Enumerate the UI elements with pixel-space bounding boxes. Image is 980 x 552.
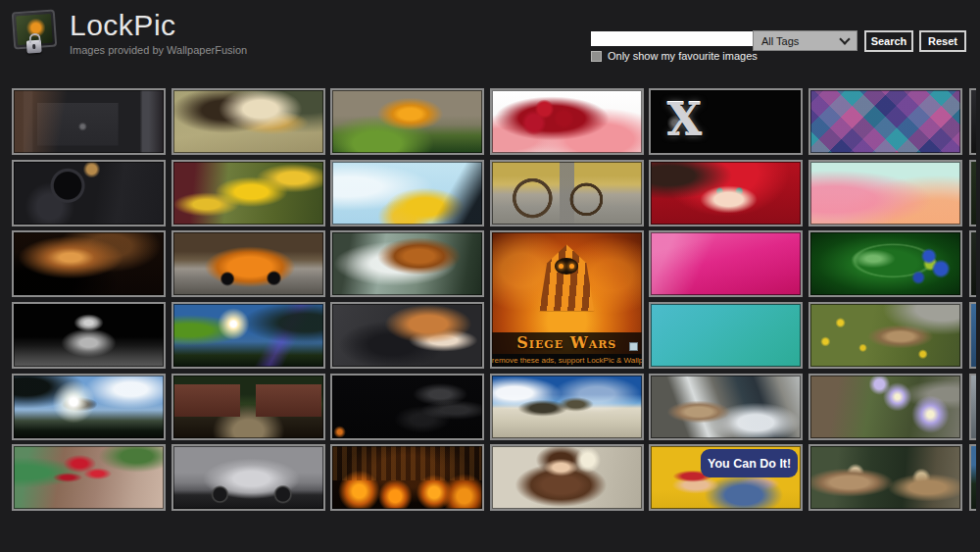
- thumb-magenta-gradient[interactable]: [649, 230, 803, 297]
- thumb-fuchsia-flowers[interactable]: [12, 444, 166, 511]
- app-logo-icon: [12, 10, 58, 50]
- thumb-cat-warm-light[interactable]: [12, 230, 166, 297]
- edge-thumb-2[interactable]: [969, 160, 976, 226]
- thumb-geometric-mosaic[interactable]: [808, 88, 962, 155]
- thumb-orange-sports-car[interactable]: [172, 230, 325, 297]
- favourites-checkbox[interactable]: [591, 51, 602, 62]
- ad-title: Siege Wars: [492, 332, 642, 354]
- thumb-woman-portrait[interactable]: [490, 444, 644, 511]
- edge-thumb-5[interactable]: [969, 374, 976, 440]
- thumb-rosie-poster-text: You Can Do It!: [701, 449, 799, 477]
- thumb-bighorn-snow[interactable]: [649, 374, 803, 440]
- thumb-marmot[interactable]: [808, 302, 962, 369]
- thumb-smoke[interactable]: [330, 374, 484, 440]
- thumb-wolf-silhouette[interactable]: [12, 374, 166, 440]
- thumb-cat-on-mat[interactable]: [172, 88, 325, 155]
- thumb-buddha-statue[interactable]: [12, 302, 166, 369]
- search-input[interactable]: [591, 31, 753, 46]
- thumb-silver-mercedes[interactable]: [172, 444, 325, 511]
- thumb-iphone-internals[interactable]: [12, 88, 166, 155]
- thumb-osx-letter[interactable]: X: [649, 88, 803, 155]
- favourites-label: Only show my favourite images: [608, 50, 758, 62]
- thumb-old-bicycle[interactable]: [490, 160, 644, 226]
- reset-button[interactable]: Reset: [919, 30, 966, 52]
- thumb-macbook-internals[interactable]: [12, 160, 166, 226]
- thumb-osx-letter-text: X: [666, 93, 702, 146]
- thumb-anime-red-hair[interactable]: [649, 160, 803, 226]
- thumb-columbine-flowers[interactable]: [808, 374, 962, 440]
- lock-icon: [26, 40, 42, 54]
- thumb-green-atom[interactable]: [808, 230, 962, 297]
- thumb-rosie-poster[interactable]: You Can Do It!: [649, 444, 803, 511]
- edge-thumb-3[interactable]: [969, 230, 976, 297]
- thumb-cat-closeup[interactable]: [330, 302, 484, 369]
- thumb-leaf-against-sky[interactable]: [330, 230, 484, 297]
- search-button[interactable]: Search: [864, 30, 913, 52]
- tags-dropdown-value: All Tags: [761, 35, 799, 47]
- thumb-yellow-flowers-bee[interactable]: [172, 160, 325, 226]
- edge-thumb-6[interactable]: [969, 444, 976, 511]
- thumb-teal-gradient[interactable]: [649, 302, 803, 369]
- app-title: LockPic: [70, 11, 247, 40]
- tags-dropdown[interactable]: All Tags: [753, 30, 858, 51]
- ad-info-badge[interactable]: [629, 342, 638, 351]
- siege-wars-ad[interactable]: Siege Wars remove these ads, support Loc…: [490, 230, 644, 369]
- app-subtitle: Images provided by WallpaperFusion: [70, 44, 247, 56]
- favourites-row: Only show my favourite images: [591, 50, 758, 62]
- thumb-bighorn-rams[interactable]: [808, 444, 962, 511]
- lockpic-app: { "app": { "title": "LockPic", "subtitle…: [0, 0, 980, 552]
- edge-thumb-4[interactable]: [969, 302, 976, 369]
- thumb-yellow-flowers-sky[interactable]: [330, 160, 484, 226]
- hooded-character-art: [539, 244, 594, 311]
- thumb-sun-through-leaves[interactable]: [172, 302, 325, 369]
- thumb-autumn-leaf-moss[interactable]: [330, 88, 484, 155]
- thumb-jack-o-lanterns[interactable]: [330, 444, 484, 511]
- image-grid: X Siege Wars remove these ads, support L…: [12, 88, 962, 511]
- chevron-down-icon: [839, 33, 850, 44]
- edge-thumb-1[interactable]: [969, 88, 976, 155]
- thumb-garden-walls[interactable]: [172, 374, 325, 440]
- thumb-osprey-aircraft[interactable]: [490, 374, 644, 440]
- thumb-red-roses[interactable]: [490, 88, 644, 155]
- thumb-pastel-gradient[interactable]: [808, 160, 962, 226]
- app-header: LockPic Images provided by WallpaperFusi…: [13, 11, 247, 56]
- ad-caption[interactable]: remove these ads, support LockPic & Wall…: [492, 354, 642, 367]
